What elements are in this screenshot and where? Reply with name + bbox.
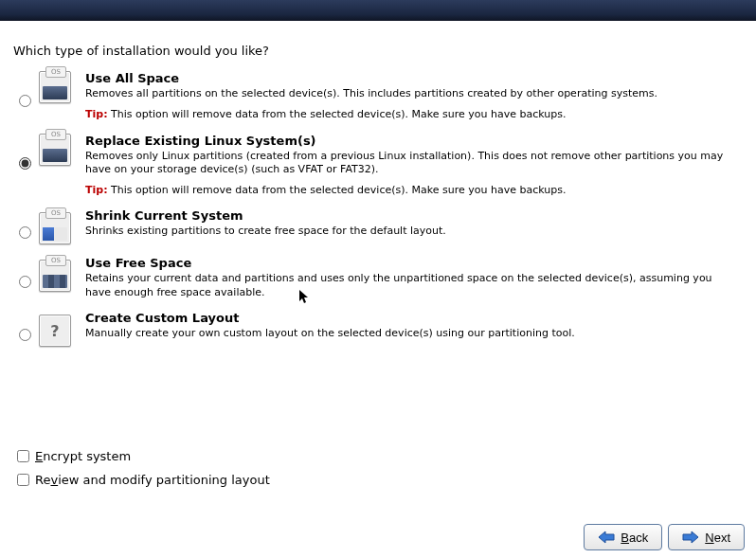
option-replace-existing[interactable]: OS Replace Existing Linux System(s) Remo…	[13, 134, 743, 198]
option-title: Use Free Space	[85, 256, 724, 270]
svg-marker-1	[683, 531, 698, 543]
option-use-all-space[interactable]: OS Use All Space Removes all partitions …	[13, 71, 743, 122]
option-title: Shrink Current System	[85, 208, 724, 223]
checkbox-review-layout[interactable]: Review and modify partitioning layout	[13, 471, 270, 489]
option-use-free-space[interactable]: OS Use Free Space Retains your current d…	[13, 256, 743, 299]
arrow-left-icon	[598, 531, 615, 544]
option-title: Create Custom Layout	[85, 311, 724, 325]
disk-custom-icon: ?	[39, 315, 71, 347]
svg-marker-0	[599, 531, 614, 543]
radio-shrink-current[interactable]	[19, 226, 31, 239]
option-desc: Shrinks existing partitions to create fr…	[85, 225, 724, 238]
option-desc: Manually create your own custom layout o…	[85, 327, 724, 340]
option-tip: Tip: This option will remove data from t…	[85, 108, 724, 121]
review-checkbox[interactable]	[17, 474, 29, 486]
disk-full-icon: OS	[39, 71, 71, 103]
option-shrink-current[interactable]: OS Shrink Current System Shrinks existin…	[13, 208, 743, 244]
disk-shrink-icon: OS	[39, 212, 71, 244]
radio-use-all-space[interactable]	[19, 95, 31, 107]
option-tip: Tip: This option will remove data from t…	[85, 184, 724, 197]
arrow-right-icon	[682, 531, 699, 544]
option-title: Use All Space	[85, 71, 724, 85]
option-title: Replace Existing Linux System(s)	[85, 134, 724, 148]
radio-use-free-space[interactable]	[19, 276, 31, 288]
next-button[interactable]: Next	[668, 524, 745, 550]
radio-custom-layout[interactable]	[19, 329, 31, 341]
option-desc: Removes only Linux partitions (created f…	[85, 150, 724, 177]
install-type-question: Which type of installation would you lik…	[13, 44, 743, 58]
option-desc: Removes all partitions on the selected d…	[85, 87, 724, 100]
encrypt-checkbox[interactable]	[17, 450, 29, 462]
radio-replace-existing[interactable]	[19, 157, 31, 170]
disk-free-icon: OS	[39, 260, 71, 292]
disk-replace-icon: OS	[39, 134, 71, 166]
option-desc: Retains your current data and partitions…	[85, 272, 724, 299]
option-custom-layout[interactable]: ? Create Custom Layout Manually create y…	[13, 311, 743, 347]
back-button[interactable]: Back	[584, 524, 662, 550]
top-banner	[0, 0, 756, 21]
checkbox-encrypt-system[interactable]: Encrypt system	[13, 447, 270, 465]
